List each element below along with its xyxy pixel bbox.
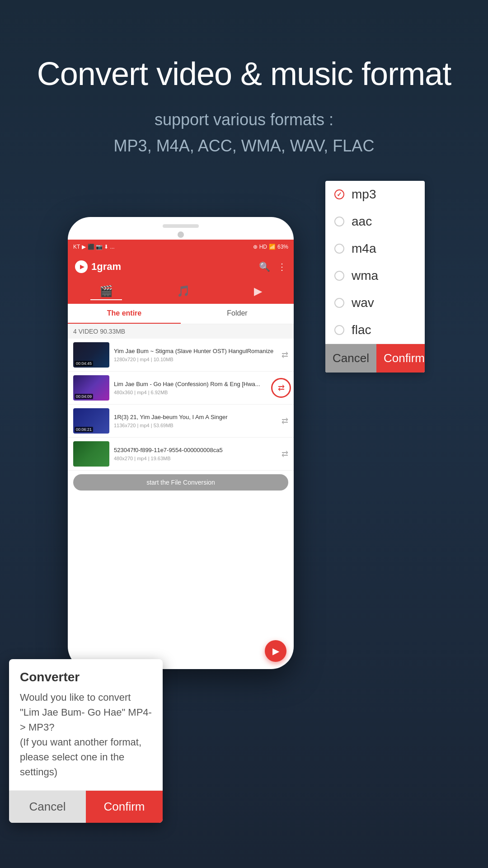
logo-icon bbox=[75, 260, 88, 273]
radio-wma[interactable] bbox=[334, 271, 344, 281]
video-count: 4 VIDEO 90.33MB bbox=[68, 324, 294, 339]
converter-dialog: Converter Would you like to convert "Lim… bbox=[9, 659, 163, 823]
status-left: KT ▶ ⬛ 📷 ⬇ ... bbox=[73, 244, 115, 250]
video-item-3[interactable]: 00:06:21 1R(3) 21, Yim Jae-beum You, I A… bbox=[68, 405, 294, 438]
conversion-bar[interactable]: start the File Conversion bbox=[73, 474, 288, 491]
app-title: 1gram bbox=[91, 261, 121, 273]
app-logo: 1gram bbox=[75, 260, 121, 273]
radio-m4a[interactable] bbox=[334, 244, 344, 254]
video-title-3: 1R(3) 21, Yim Jae-beum You, I Am A Singe… bbox=[114, 414, 277, 421]
dialog-body: Would you like to convert "Lim Jae Bum- … bbox=[9, 690, 163, 790]
format-option-aac[interactable]: aac bbox=[325, 208, 425, 235]
dialog-title: Converter bbox=[9, 659, 163, 690]
video-thumb-2: 00:04:09 bbox=[73, 375, 109, 401]
tab-folder-label: Folder bbox=[227, 309, 247, 317]
video-title-2: Lim Jae Bum - Go Hae (Confession) Rom & … bbox=[114, 381, 288, 388]
format-option-mp3[interactable]: mp3 bbox=[325, 181, 425, 208]
convert-btn-1[interactable]: ⇄ bbox=[282, 350, 288, 360]
video-item-4[interactable]: 523047f0-f899-11e7-9554-000000008ca5 480… bbox=[68, 438, 294, 471]
format-dropdown: mp3 aac m4a wma wav flac Cancel Confirm bbox=[325, 181, 425, 373]
tab-folder[interactable]: Folder bbox=[181, 304, 294, 324]
status-bar: KT ▶ ⬛ 📷 ⬇ ... ⊕ HD 📶 63% bbox=[68, 240, 294, 254]
segment-tabs: The entire Folder bbox=[68, 304, 294, 324]
dialog-cancel-button[interactable]: Cancel bbox=[9, 791, 86, 823]
format-label-mp3: mp3 bbox=[352, 187, 376, 202]
play-fab-icon: ▶ bbox=[272, 646, 279, 656]
video-info-1: Yim Jae Bum ~ Stigma (Slave Hunter OST) … bbox=[114, 348, 277, 363]
format-confirm-button[interactable]: Confirm bbox=[376, 344, 425, 373]
app-bar-actions: 🔍 ⋮ bbox=[259, 261, 286, 272]
dialog-confirm-button[interactable]: Confirm bbox=[86, 791, 163, 823]
phone-device: KT ▶ ⬛ 📷 ⬇ ... ⊕ HD 📶 63% 1gram 🔍 ⋮ 🎬 🎵 … bbox=[68, 217, 294, 669]
tab-music[interactable]: 🎵 bbox=[168, 283, 199, 300]
radio-flac[interactable] bbox=[334, 325, 344, 335]
dialog-buttons: Cancel Confirm bbox=[9, 790, 163, 823]
video-info-3: 1R(3) 21, Yim Jae-beum You, I Am A Singe… bbox=[114, 414, 277, 429]
format-label-wav: wav bbox=[352, 296, 374, 310]
play-fab[interactable]: ▶ bbox=[265, 640, 286, 662]
video-info-4: 523047f0-f899-11e7-9554-000000008ca5 480… bbox=[114, 447, 277, 462]
search-icon[interactable]: 🔍 bbox=[259, 261, 270, 272]
format-option-wma[interactable]: wma bbox=[325, 262, 425, 289]
carrier-text: KT bbox=[73, 244, 80, 250]
tab-play[interactable]: ▶ bbox=[245, 283, 271, 300]
convert-btn-3[interactable]: ⇄ bbox=[282, 416, 288, 426]
app-bar: 1gram 🔍 ⋮ bbox=[68, 254, 294, 279]
more-options-icon[interactable]: ⋮ bbox=[277, 261, 286, 272]
main-title: Convert video & music format bbox=[0, 54, 488, 93]
video-title-1: Yim Jae Bum ~ Stigma (Slave Hunter OST) … bbox=[114, 348, 277, 355]
convert-btn-4[interactable]: ⇄ bbox=[282, 449, 288, 459]
convert-btn-2-highlighted[interactable]: ⇄ bbox=[271, 378, 291, 398]
format-dropdown-buttons: Cancel Confirm bbox=[325, 344, 425, 373]
format-label-aac: aac bbox=[352, 214, 372, 229]
signal-icons: ▶ ⬛ 📷 ⬇ ... bbox=[82, 244, 114, 250]
video-meta-1: 1280x720 | mp4 | 10.10MB bbox=[114, 357, 277, 362]
tab-entire-label: The entire bbox=[107, 309, 141, 317]
format-option-wav[interactable]: wav bbox=[325, 289, 425, 316]
video-duration-3: 00:06:21 bbox=[75, 427, 93, 432]
video-meta-3: 1136x720 | mp4 | 53.69MB bbox=[114, 423, 277, 428]
video-meta-4: 480x270 | mp4 | 19.63MB bbox=[114, 456, 277, 461]
radio-aac[interactable] bbox=[334, 217, 344, 226]
tab-entire[interactable]: The entire bbox=[68, 304, 181, 324]
conversion-bar-label: start the File Conversion bbox=[146, 479, 215, 486]
hd-badge: ⊕ HD bbox=[253, 244, 267, 250]
format-label-flac: flac bbox=[352, 323, 371, 337]
video-item-1[interactable]: 00:04:45 Yim Jae Bum ~ Stigma (Slave Hun… bbox=[68, 339, 294, 372]
tab-bar: 🎬 🎵 ▶ bbox=[68, 279, 294, 304]
sub-title-line1: support various formats : bbox=[155, 110, 333, 129]
video-thumb-1: 00:04:45 bbox=[73, 342, 109, 368]
video-item-2[interactable]: 00:04:09 Lim Jae Bum - Go Hae (Confessio… bbox=[68, 372, 294, 405]
radio-mp3[interactable] bbox=[334, 189, 344, 199]
video-title-4: 523047f0-f899-11e7-9554-000000008ca5 bbox=[114, 447, 277, 454]
video-thumb-3: 00:06:21 bbox=[73, 408, 109, 434]
sub-title: support various formats : MP3, M4A, ACC,… bbox=[0, 107, 488, 159]
video-duration-1: 00:04:45 bbox=[75, 361, 93, 366]
phone-camera bbox=[178, 231, 184, 238]
wifi-icon: 📶 bbox=[269, 244, 276, 250]
format-label-wma: wma bbox=[352, 269, 378, 283]
status-right: ⊕ HD 📶 63% bbox=[253, 244, 288, 250]
header-section: Convert video & music format support var… bbox=[0, 0, 488, 177]
format-option-flac[interactable]: flac bbox=[325, 316, 425, 344]
sub-title-line2: MP3, M4A, ACC, WMA, WAV, FLAC bbox=[114, 137, 375, 155]
video-info-2: Lim Jae Bum - Go Hae (Confession) Rom & … bbox=[114, 381, 288, 396]
battery-text: 63% bbox=[277, 244, 288, 250]
format-option-m4a[interactable]: m4a bbox=[325, 235, 425, 262]
format-label-m4a: m4a bbox=[352, 241, 376, 256]
video-list: 00:04:45 Yim Jae Bum ~ Stigma (Slave Hun… bbox=[68, 339, 294, 471]
video-thumb-4 bbox=[73, 441, 109, 467]
tab-video[interactable]: 🎬 bbox=[90, 283, 122, 300]
video-duration-2: 00:04:09 bbox=[75, 394, 93, 399]
format-cancel-button[interactable]: Cancel bbox=[325, 344, 376, 373]
video-meta-2: 480x360 | mp4 | 6.92MB bbox=[114, 390, 288, 395]
phone-speaker bbox=[163, 224, 199, 228]
radio-wav[interactable] bbox=[334, 298, 344, 308]
